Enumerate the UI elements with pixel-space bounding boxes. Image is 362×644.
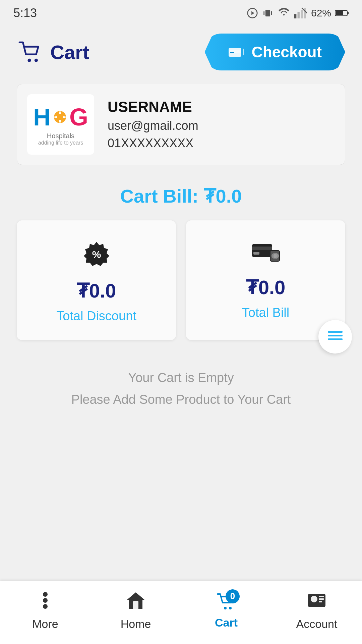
cart-icon <box>17 40 44 64</box>
battery-icon <box>335 9 349 17</box>
total-discount-label: Total Discount <box>56 309 136 323</box>
wifi-icon <box>278 7 290 19</box>
logo-star-icon <box>51 108 69 126</box>
svg-point-44 <box>311 596 317 602</box>
menu-lines-icon <box>328 330 343 344</box>
user-name: USERNAME <box>108 99 198 115</box>
hospital-name: Hospitals <box>47 132 74 140</box>
vibrate-icon <box>262 7 274 19</box>
empty-cart-line1: Your Cart is Empty <box>17 367 345 389</box>
empty-cart-line2: Please Add Some Product to Your Cart <box>17 389 345 411</box>
svg-rect-47 <box>319 601 322 602</box>
svg-rect-8 <box>304 8 306 18</box>
nav-item-more[interactable]: More <box>0 591 90 631</box>
svg-rect-27 <box>252 244 272 257</box>
svg-rect-5 <box>294 14 296 18</box>
svg-rect-33 <box>328 331 343 333</box>
svg-rect-34 <box>328 335 343 336</box>
empty-cart-text: Your Cart is Empty Please Add Some Produ… <box>17 367 345 410</box>
payment-icon <box>251 240 281 269</box>
svg-point-36 <box>43 592 48 597</box>
total-discount-amount: ₮0.0 <box>77 279 116 302</box>
cart-badge: 0 <box>226 589 240 603</box>
svg-rect-3 <box>263 11 264 15</box>
home-icon <box>126 591 146 614</box>
user-info: USERNAME user@gmail.com 01XXXXXXXXX <box>108 99 198 150</box>
hospital-logo: H G Hospitals adding life to years <box>27 94 94 155</box>
more-label: More <box>32 618 58 631</box>
svg-rect-29 <box>253 252 259 255</box>
total-bill-amount: ₮0.0 <box>246 276 286 299</box>
svg-rect-17 <box>230 52 234 53</box>
svg-rect-6 <box>297 12 299 18</box>
svg-point-37 <box>43 598 48 603</box>
bottom-nav: More Home 0 Cart <box>0 581 362 644</box>
nav-item-home[interactable]: Home <box>90 591 181 631</box>
checkout-label: Checkout <box>251 43 322 61</box>
total-discount-card: % ₮0.0 Total Discount <box>17 220 176 340</box>
total-bill-card: ₮0.0 Total Bill <box>186 220 345 340</box>
total-bill-label: Total Bill <box>242 306 290 320</box>
account-label: Account <box>296 618 338 631</box>
user-card: H G Hospitals adding life to years <box>17 84 345 165</box>
svg-point-14 <box>35 59 38 62</box>
cart-label: Cart <box>215 616 238 629</box>
nav-item-account[interactable]: Account <box>272 591 362 631</box>
svg-rect-45 <box>319 596 324 597</box>
svg-point-41 <box>224 607 227 609</box>
svg-rect-7 <box>301 10 303 18</box>
svg-point-13 <box>27 59 31 62</box>
svg-rect-40 <box>133 601 138 609</box>
status-bar: 5:13 62% <box>0 0 362 23</box>
svg-rect-12 <box>348 12 349 14</box>
bill-cards: % ₮0.0 Total Discount ₮0.0 Total Bill <box>17 220 345 340</box>
svg-point-24 <box>57 114 63 120</box>
home-label: Home <box>121 618 151 631</box>
svg-rect-2 <box>265 10 270 16</box>
svg-rect-11 <box>336 11 343 15</box>
status-time: 5:13 <box>13 6 37 20</box>
checkout-button[interactable]: Checkout <box>204 34 345 70</box>
svg-text:%: % <box>92 249 101 260</box>
status-icons: 62% <box>247 7 349 19</box>
checkout-icon <box>228 45 245 59</box>
signal-icon <box>294 7 307 19</box>
svg-rect-4 <box>271 11 272 15</box>
cart-nav-icon-wrap: 0 <box>216 593 236 613</box>
hospital-tagline: adding life to years <box>38 140 83 146</box>
user-phone: 01XXXXXXXXX <box>108 136 198 150</box>
svg-rect-18 <box>243 49 244 55</box>
main-content: Cart Checkout H <box>0 23 362 477</box>
svg-point-42 <box>229 607 232 609</box>
svg-point-32 <box>274 253 279 259</box>
svg-point-38 <box>43 604 48 609</box>
cart-title-group: Cart <box>17 40 89 64</box>
svg-rect-35 <box>328 338 343 340</box>
nav-item-cart[interactable]: 0 Cart <box>181 593 272 629</box>
discount-icon: % <box>83 240 110 273</box>
media-icon <box>247 7 258 19</box>
user-email: user@gmail.com <box>108 119 198 133</box>
account-icon <box>307 591 327 614</box>
svg-rect-28 <box>252 247 272 250</box>
battery-level: 62% <box>311 7 331 19</box>
svg-marker-1 <box>251 11 254 15</box>
svg-rect-46 <box>319 598 324 600</box>
header-row: Cart Checkout <box>17 34 345 70</box>
cart-page-title: Cart <box>50 41 89 63</box>
cart-bill-title: Cart Bill: ₮0.0 <box>17 185 345 207</box>
more-icon <box>38 591 53 614</box>
